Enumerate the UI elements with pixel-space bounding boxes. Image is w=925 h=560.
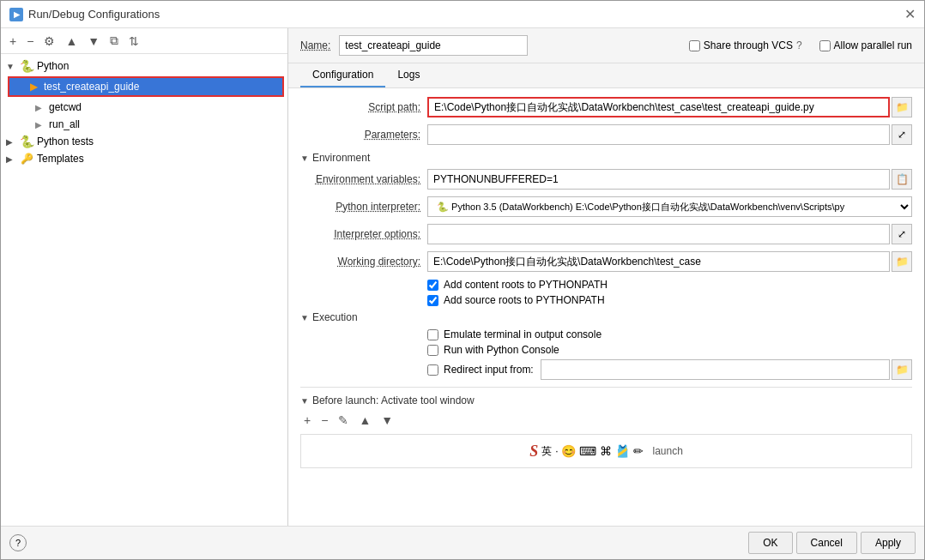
environment-section-arrow: ▼: [300, 154, 309, 163]
working-dir-input[interactable]: [427, 251, 890, 272]
bottom-right: OK Cancel Apply: [748, 532, 916, 554]
before-launch-remove[interactable]: −: [317, 412, 331, 429]
add-content-roots-checkbox[interactable]: [427, 280, 438, 291]
before-launch-add[interactable]: +: [300, 412, 314, 429]
share-vcs-help[interactable]: ?: [796, 39, 802, 51]
redirect-input-input[interactable]: [541, 359, 890, 380]
right-panel: Name: Share through VCS ? Allow parallel…: [288, 28, 924, 526]
allow-parallel-container: Allow parallel run: [819, 39, 912, 51]
env-vars-input-group: 📋: [427, 169, 912, 190]
add-source-roots-label: Add source roots to PYTHONPATH: [444, 294, 605, 306]
add-source-roots-checkbox[interactable]: [427, 295, 438, 306]
gear-button[interactable]: ⚙: [40, 33, 58, 50]
add-content-roots-row: Add content roots to PYTHONPATH: [427, 279, 912, 291]
share-vcs-label: Share through VCS: [704, 39, 793, 51]
tree-item-python-tests[interactable]: ▶ 🐍 Python tests: [1, 133, 287, 150]
left-toolbar: + − ⚙ ▲ ▼ ⧉ ⇅: [1, 28, 287, 54]
run-icon-test: ▶: [27, 80, 40, 93]
ime-emoji4: 🎽: [615, 444, 630, 458]
tree-item-getcwd[interactable]: ▶ getcwd: [1, 99, 287, 116]
close-button[interactable]: ✕: [904, 6, 916, 22]
ime-toolbar: S 英 · 😊 ⌨ ⌘ 🎽 ✏ launch: [523, 439, 690, 464]
redirect-input-folder-button[interactable]: 📁: [892, 359, 912, 380]
ok-button[interactable]: OK: [748, 532, 792, 554]
parameters-expand-button[interactable]: ⤢: [892, 124, 912, 145]
bottom-left: ?: [9, 534, 27, 551]
config-tabs: Configuration Logs: [288, 63, 924, 88]
interpreter-options-input-group: ⤢: [427, 224, 912, 244]
python-tests-icon: 🐍: [20, 135, 33, 148]
script-path-row: Script path: 📁: [300, 97, 912, 117]
before-launch-down[interactable]: ▼: [378, 412, 396, 429]
working-dir-folder-button[interactable]: 📁: [892, 251, 912, 272]
cancel-button[interactable]: Cancel: [796, 532, 857, 554]
script-path-input-group: 📁: [427, 97, 912, 117]
run-python-console-row: Run with Python Console: [427, 344, 912, 356]
tree-item-test-createapi[interactable]: ▶ test_createapi_guide: [8, 76, 284, 97]
run-debug-dialog: ▶ Run/Debug Configurations ✕ + − ⚙ ▲ ▼ ⧉…: [0, 0, 925, 560]
copy-button[interactable]: ⧉: [106, 32, 122, 50]
ime-emoji5: ✏: [633, 444, 644, 458]
script-path-input[interactable]: [427, 97, 890, 117]
tree-item-python[interactable]: ▼ 🐍 Python: [1, 57, 287, 75]
working-dir-input-group: 📁: [427, 251, 912, 272]
parameters-row: Parameters: ⤢: [300, 124, 912, 145]
tab-configuration[interactable]: Configuration: [300, 63, 385, 87]
working-dir-label: Working directory:: [300, 256, 420, 268]
interpreter-input-group: 🐍 Python 3.5 (DataWorkbench) E:\Code\Pyt…: [427, 196, 912, 217]
env-vars-row: Environment variables: 📋: [300, 169, 912, 190]
app-icon: ▶: [9, 8, 23, 21]
title-bar: ▶ Run/Debug Configurations ✕: [1, 1, 924, 28]
remove-config-button[interactable]: −: [23, 33, 37, 50]
sort-button[interactable]: ⇅: [125, 33, 142, 50]
name-bar: Name: Share through VCS ? Allow parallel…: [288, 28, 924, 63]
share-vcs-checkbox[interactable]: [689, 40, 700, 51]
apply-button[interactable]: Apply: [861, 532, 916, 554]
run-icon-getcwd: ▶: [32, 100, 45, 114]
move-up-button[interactable]: ▲: [62, 33, 81, 50]
interpreter-options-expand[interactable]: ⤢: [892, 224, 912, 244]
ime-emoji3: ⌘: [600, 444, 612, 458]
bottom-bar: ? OK Cancel Apply: [1, 526, 924, 559]
templates-icon: 🔑: [20, 152, 33, 166]
dialog-title: Run/Debug Configurations: [28, 8, 160, 21]
interpreter-row: Python interpreter: 🐍 Python 3.5 (DataWo…: [300, 196, 912, 217]
emulate-terminal-row: Emulate terminal in output console: [427, 328, 912, 340]
move-down-button[interactable]: ▼: [84, 33, 103, 50]
before-launch-edit[interactable]: ✎: [335, 412, 352, 429]
getcwd-label: getcwd: [49, 101, 82, 113]
before-launch-up[interactable]: ▲: [355, 412, 374, 429]
env-vars-input[interactable]: [427, 169, 890, 190]
environment-section-header[interactable]: ▼ Environment: [300, 152, 912, 164]
tree-item-templates[interactable]: ▶ 🔑 Templates: [1, 150, 287, 167]
tab-logs[interactable]: Logs: [385, 63, 432, 87]
main-content: + − ⚙ ▲ ▼ ⧉ ⇅ ▼ 🐍 Python ▶: [1, 28, 924, 526]
emulate-terminal-checkbox[interactable]: [427, 329, 438, 340]
config-panel: Script path: 📁 Parameters: ⤢: [288, 88, 924, 526]
interpreter-options-row: Interpreter options: ⤢: [300, 224, 912, 244]
title-bar-left: ▶ Run/Debug Configurations: [9, 8, 160, 21]
script-path-label: Script path:: [300, 101, 420, 113]
add-content-roots-label: Add content roots to PYTHONPATH: [444, 279, 608, 291]
redirect-input-checkbox[interactable]: [427, 364, 438, 376]
name-input[interactable]: [339, 35, 528, 56]
parameters-input[interactable]: [427, 124, 890, 145]
execution-section-arrow: ▼: [300, 313, 309, 322]
run-icon-run-all: ▶: [32, 117, 45, 131]
allow-parallel-checkbox[interactable]: [819, 40, 831, 51]
add-config-button[interactable]: +: [6, 33, 20, 50]
ime-s-icon: S: [529, 443, 538, 461]
ime-lang-text: 英: [541, 444, 552, 459]
env-vars-edit-button[interactable]: 📋: [892, 169, 912, 190]
execution-section-header[interactable]: ▼ Execution: [300, 311, 912, 323]
ime-emoji2: ⌨: [579, 444, 596, 458]
run-python-console-label: Run with Python Console: [444, 344, 559, 356]
help-button[interactable]: ?: [9, 534, 27, 551]
parameters-label: Parameters:: [300, 129, 420, 141]
script-path-folder-button[interactable]: 📁: [892, 97, 912, 117]
run-all-label: run_all: [49, 118, 80, 130]
tree-item-run-all[interactable]: ▶ run_all: [1, 116, 287, 133]
interpreter-options-input[interactable]: [427, 224, 890, 244]
interpreter-select[interactable]: 🐍 Python 3.5 (DataWorkbench) E:\Code\Pyt…: [427, 196, 912, 217]
run-python-console-checkbox[interactable]: [427, 345, 438, 356]
